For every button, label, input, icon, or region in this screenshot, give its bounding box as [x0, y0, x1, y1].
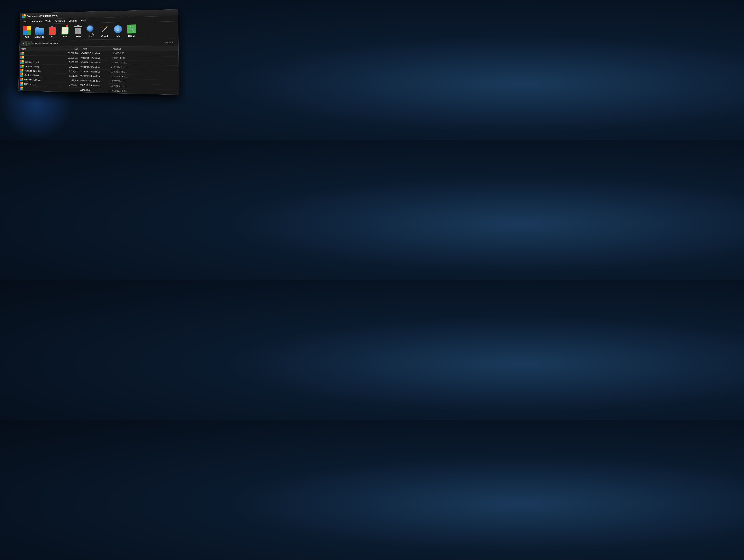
file-modified: 12/15/20... 3:2... [110, 89, 179, 94]
test-icon: ✓ [48, 26, 57, 35]
col-header-name[interactable]: Name [19, 47, 60, 51]
file-icon [20, 78, 23, 81]
up-arrow-icon [22, 43, 25, 44]
menu-tools[interactable]: Tools [44, 19, 53, 23]
check-mark: ✓ [51, 29, 54, 33]
file-size: 7,757,907 [60, 70, 81, 73]
menu-help[interactable]: Help [79, 18, 88, 23]
file-icon-cell [19, 56, 24, 59]
extract-icon-container [35, 26, 44, 35]
menu-file[interactable]: File [21, 20, 28, 24]
file-type: WinRAR ZIP archive [81, 61, 111, 64]
wizard-button[interactable]: ✦ ✦ · Wizard [98, 24, 111, 38]
file-icon-cell [19, 61, 24, 64]
find-icon-container [86, 25, 96, 34]
file-type: ZIP archive [80, 89, 110, 92]
add-label: Add [25, 36, 29, 38]
test-button[interactable]: ✓ Test [46, 25, 59, 39]
file-size: 28,838,317 [60, 56, 81, 59]
file-type: Fichier d'image dis… [80, 79, 111, 82]
col-header-type[interactable]: Type [81, 47, 112, 51]
file-size [59, 89, 80, 90]
file-name: captures chloe.zip [24, 70, 60, 73]
file-size: 3,763,909 [60, 66, 81, 68]
wizard-icon-container: ✦ ✦ · [99, 25, 109, 34]
info-button[interactable]: i Info [111, 23, 124, 38]
modified-column-label: Modified [164, 41, 177, 44]
find-button[interactable]: Find [85, 24, 97, 38]
file-type: WinRAR ZIP archive [80, 75, 111, 78]
find-label: Find [88, 35, 93, 38]
wand-star-icon: ✦ [106, 25, 108, 29]
info-icon: i [114, 25, 122, 33]
menu-options[interactable]: Options [67, 19, 79, 23]
info-label: Info [116, 35, 120, 37]
test-label: Test [50, 36, 54, 38]
repair-icon-container: 🔧 [127, 24, 137, 34]
file-size: 4,121,319 [59, 75, 80, 77]
file-modified: 1/6/2023 10:13... [111, 57, 179, 59]
file-icon-cell [19, 65, 24, 68]
extract-button[interactable]: Extract To [33, 25, 46, 39]
file-size: 2 740,0… [59, 83, 80, 87]
view-icon [61, 25, 69, 35]
repair-icon: 🔧 [127, 25, 137, 33]
repair-label: Repair [128, 35, 135, 37]
nav-up-button[interactable] [21, 41, 26, 46]
file-modified: 1/22/2024 10:4... [111, 71, 179, 74]
file-icon [21, 56, 24, 59]
file-icon-cell [18, 82, 24, 86]
extract-label: Extract To [34, 36, 44, 38]
file-modified: 2/10/2025 10:4... [111, 75, 179, 79]
file-modified: 12/15/2022 12... [111, 62, 179, 65]
wizard-icon: ✦ ✦ · [100, 25, 109, 34]
window-title: Downloads (evaluation copy) [27, 14, 58, 17]
file-icon [20, 65, 24, 68]
file-icon [21, 51, 24, 55]
delete-icon [74, 25, 82, 34]
address-download-button[interactable] [27, 41, 32, 46]
file-size: 332,853 [59, 79, 80, 82]
col-header-size[interactable]: Size [60, 47, 81, 51]
delete-button[interactable]: Delete [72, 24, 84, 38]
column-headers: Name Size Type Modified [19, 46, 178, 51]
file-icon-cell [18, 78, 24, 81]
address-path[interactable]: C:\Users\chloe\Downloads [33, 41, 163, 45]
file-list: 61,818,760 WinRAR ZIP archive 1/5/2023 4… [18, 51, 179, 95]
file-size: 61,818,760 [60, 52, 81, 55]
extract-icon [35, 26, 44, 35]
menu-favorites[interactable]: Favorites [53, 19, 66, 23]
file-name: Credential-less L… [24, 74, 59, 77]
file-modified: 6/26/2024 12:3... [111, 66, 179, 69]
toolbar: Add Extract To ✓ [20, 21, 178, 40]
file-name [24, 57, 60, 58]
file-type: WinRAR ZIP archive [81, 57, 111, 59]
file-type: WinRAR ZIP archive [81, 66, 111, 69]
file-icon-cell [19, 73, 24, 77]
file-icon-cell [19, 69, 24, 73]
file-icon-cell [19, 51, 24, 55]
file-size: 8,108,305 [60, 61, 81, 64]
col-header-modified[interactable]: Modified [111, 47, 178, 51]
file-type: WinRAR ZIP archive [80, 70, 110, 73]
wand-sparkle1-icon: ✦ [101, 26, 103, 28]
menu-commands[interactable]: Commands [28, 19, 43, 24]
file-icon [20, 87, 23, 90]
view-label: View [63, 35, 67, 38]
add-button[interactable]: Add [21, 25, 33, 39]
delete-icon-container [73, 25, 83, 35]
file-icon-cell [18, 87, 24, 90]
file-name [23, 88, 59, 89]
file-icon [20, 82, 23, 86]
file-name: captures chloe (… [24, 61, 60, 64]
repair-button[interactable]: 🔧 Repair [125, 23, 138, 38]
wizard-label: Wizard [101, 35, 108, 38]
add-icon [23, 26, 31, 35]
find-icon [86, 25, 96, 34]
delete-label: Delete [75, 35, 81, 38]
table-row[interactable]: 61,818,760 WinRAR ZIP archive 1/5/2023 4… [19, 51, 179, 56]
down-arrow-icon [28, 43, 30, 44]
view-button[interactable]: View [59, 25, 71, 39]
app-icon [22, 14, 26, 18]
file-name: plorerTabUtilit… [24, 83, 59, 86]
